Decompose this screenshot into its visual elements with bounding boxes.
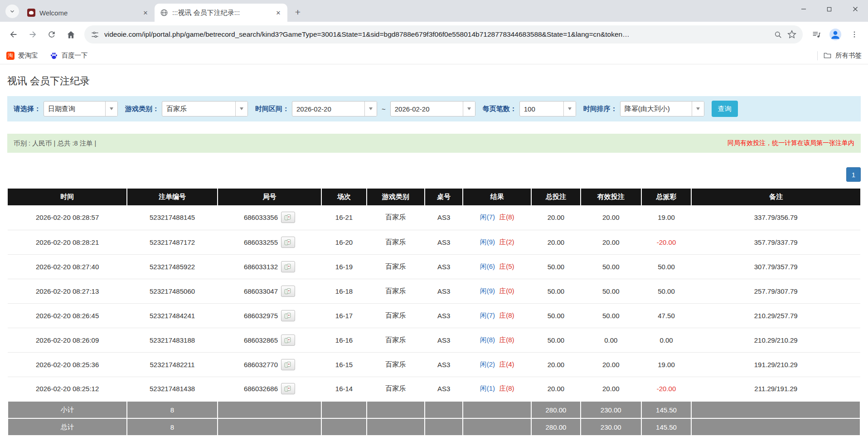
bookmark-star-icon[interactable] [787, 30, 796, 39]
close-window-button[interactable] [842, 0, 868, 18]
minimize-icon [801, 6, 806, 12]
cell-total-bet[interactable]: 20.00 [531, 205, 581, 230]
cell-total-bet[interactable]: 50.00 [531, 328, 581, 352]
forward-icon [28, 29, 38, 39]
forward-button[interactable] [24, 25, 42, 44]
browser-toolbar: videoie.com/ipl/portal.php/game/betrecor… [0, 22, 868, 47]
dropdown-arrow-icon[interactable] [692, 102, 704, 116]
maximize-button[interactable] [816, 0, 842, 18]
url-text[interactable]: videoie.com/ipl/portal.php/game/betrecor… [104, 30, 769, 39]
dropdown-arrow-icon[interactable] [463, 102, 475, 116]
home-button[interactable] [62, 25, 80, 44]
table-row: 2026-02-20 08:27:13 523217485060 6860330… [8, 279, 860, 303]
tab-close-icon[interactable]: ✕ [274, 8, 283, 17]
cards-icon [284, 214, 291, 221]
result-banker: 庄(8) [499, 336, 514, 344]
subtotal-label: 小计 [8, 401, 127, 418]
minimize-button[interactable] [790, 0, 816, 18]
cell-payout: 47.50 [641, 303, 692, 328]
cell-session: 16-14 [321, 377, 367, 401]
cell-table-no: AS3 [425, 352, 463, 377]
dropdown-arrow-icon[interactable] [105, 102, 117, 116]
cell-bet-id: 523217481438 [127, 377, 217, 401]
new-tab-button[interactable]: + [291, 5, 305, 19]
cell-total-bet[interactable]: 20.00 [531, 230, 581, 254]
dropdown-arrow-icon[interactable] [235, 102, 247, 116]
view-cards-button[interactable] [281, 212, 295, 223]
view-cards-button[interactable] [281, 383, 295, 394]
view-cards-button[interactable] [281, 261, 295, 272]
back-button[interactable] [5, 25, 23, 44]
valid-bet-notice: 同局有效投注，统一计算在该局第一张注单内 [727, 139, 854, 147]
page-number-button[interactable]: 1 [846, 167, 861, 182]
refresh-icon [47, 30, 56, 39]
bookmark-baidu[interactable]: 百度一下 [50, 51, 88, 60]
date-to-picker[interactable]: 2026-02-20 [390, 101, 475, 116]
zoom-icon[interactable] [774, 30, 782, 39]
currency-summary: 币别 : 人民币 | 总共 :8 注单 | [14, 139, 96, 148]
cell-table-no: AS3 [425, 205, 463, 230]
dropdown-arrow-icon[interactable] [563, 102, 576, 116]
folder-icon [823, 51, 832, 60]
cell-result: 闲(2) 庄(4) [463, 352, 531, 377]
browser-menu-button[interactable] [845, 25, 863, 44]
result-banker: 庄(8) [499, 213, 514, 221]
view-cards-button[interactable] [281, 359, 295, 370]
tab-close-icon[interactable]: ✕ [141, 8, 150, 17]
cell-bet-id: 523217485922 [127, 254, 217, 279]
profile-avatar[interactable] [826, 25, 844, 44]
site-info-icon[interactable] [91, 30, 99, 39]
cell-total-bet[interactable]: 20.00 [531, 352, 581, 377]
view-cards-button[interactable] [281, 237, 295, 248]
tab-bet-record[interactable]: :::视讯 会员下注纪录::: ✕ [155, 4, 287, 22]
date-from-picker[interactable]: 2026-02-20 [292, 101, 377, 116]
cell-table-no: AS3 [425, 279, 463, 303]
cell-round-id: 686032686 [218, 377, 321, 401]
globe-favicon-icon [160, 9, 168, 17]
result-player: 闲(1) [480, 384, 495, 392]
cell-total-bet[interactable]: 50.00 [531, 279, 581, 303]
cell-game-type: 百家乐 [367, 303, 425, 328]
baidu-paw-icon [50, 52, 58, 60]
cell-bet-id: 523217483188 [127, 328, 217, 352]
view-cards-button[interactable] [281, 310, 295, 321]
round-id-text: 686032770 [244, 361, 278, 368]
bookmark-aitaobao[interactable]: 淘 爱淘宝 [6, 51, 38, 60]
game-type-dropdown[interactable]: 百家乐 [162, 101, 248, 116]
cell-table-no: AS3 [425, 254, 463, 279]
result-player: 闲(9) [480, 238, 495, 246]
cell-round-id: 686033356 [218, 205, 321, 230]
view-cards-button[interactable] [281, 286, 295, 297]
view-cards-button[interactable] [281, 334, 295, 346]
table-footer: 小计 8 280.00 230.00 145.50 总计 8 280.00 23… [8, 401, 860, 436]
total-valid-bet: 230.00 [581, 418, 641, 436]
cell-note: 191.29/210.29 [691, 352, 860, 377]
taobao-icon: 淘 [6, 52, 15, 60]
cell-time: 2026-02-20 08:27:13 [8, 279, 127, 303]
page-size-dropdown[interactable]: 100 [519, 101, 576, 116]
cell-bet-id: 523217484241 [127, 303, 217, 328]
all-bookmarks-button[interactable]: 所有书签 [823, 51, 862, 60]
search-button[interactable]: 查询 [712, 101, 738, 117]
address-bar[interactable]: videoie.com/ipl/portal.php/game/betrecor… [84, 25, 803, 44]
cell-note: 307.79/357.79 [691, 254, 860, 279]
cell-game-type: 百家乐 [367, 205, 425, 230]
tab-search-button[interactable] [5, 5, 19, 18]
cell-table-no: AS3 [425, 230, 463, 254]
media-controls-button[interactable] [807, 25, 825, 44]
cards-icon [284, 263, 291, 270]
table-row: 2026-02-20 08:26:09 523217483188 6860328… [8, 328, 860, 352]
cell-total-bet[interactable]: 20.00 [531, 377, 581, 401]
cell-payout: 19.00 [641, 352, 692, 377]
close-icon [853, 6, 858, 12]
sort-label: 时间排序： [583, 105, 617, 113]
dropdown-arrow-icon[interactable] [364, 102, 377, 116]
cell-table-no: AS3 [425, 377, 463, 401]
refresh-button[interactable] [43, 25, 61, 44]
tab-welcome[interactable]: Welcome ✕ [22, 4, 155, 22]
cards-icon [284, 361, 291, 368]
sort-order-dropdown[interactable]: 降幂(由大到小) [620, 101, 704, 116]
query-mode-dropdown[interactable]: 日期查询 [44, 101, 118, 116]
cell-total-bet[interactable]: 50.00 [531, 303, 581, 328]
cell-total-bet[interactable]: 50.00 [531, 254, 581, 279]
